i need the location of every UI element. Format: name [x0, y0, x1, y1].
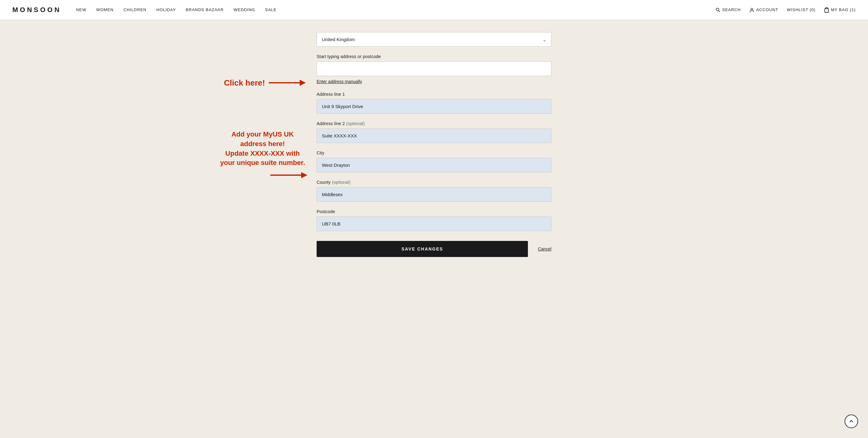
county-label: County (optional)	[317, 180, 551, 185]
site-header: MONSOON NEW WOMEN CHILDREN HOLIDAY BRAND…	[0, 0, 868, 20]
country-select-wrapper: United Kingdom ⌄	[317, 32, 551, 46]
page-content: Click here! Add your MyUS UK address her…	[218, 20, 650, 276]
county-input[interactable]	[317, 187, 551, 202]
svg-marker-7	[301, 172, 307, 178]
annotation-myus-arrow	[218, 170, 307, 180]
address-search-input[interactable]	[317, 61, 551, 76]
bag-link[interactable]: MY BAG (1)	[824, 7, 856, 13]
postcode-input[interactable]	[317, 217, 551, 231]
svg-marker-5	[300, 80, 306, 86]
address2-label: Address line 2 (optional)	[317, 121, 551, 126]
enter-address-manually-link[interactable]: Enter address manually	[317, 79, 362, 84]
country-select[interactable]: United Kingdom	[317, 32, 551, 46]
postcode-group: Postcode	[317, 209, 551, 231]
annotation-click-arrow	[269, 78, 306, 88]
search-link[interactable]: SEARCH	[715, 7, 741, 12]
annotation-myus: Add your MyUS UK address here! Update XX…	[218, 130, 307, 180]
county-group: County (optional)	[317, 180, 551, 202]
nav-item-children[interactable]: CHILDREN	[124, 7, 147, 12]
search-icon	[715, 7, 720, 12]
chevron-up-icon	[849, 419, 854, 424]
save-changes-button[interactable]: SAVE CHANGES	[317, 241, 528, 257]
nav-item-sale[interactable]: SALE	[265, 7, 276, 12]
address1-input[interactable]	[317, 99, 551, 114]
wishlist-link[interactable]: WISHLIST (0)	[787, 7, 815, 12]
country-group: United Kingdom ⌄	[317, 32, 551, 46]
address2-group: Address line 2 (optional)	[317, 121, 551, 143]
account-icon	[749, 7, 754, 12]
svg-rect-3	[825, 9, 829, 12]
address-search-label: Start typing address or postcode	[317, 54, 551, 59]
annotation-myus-text: Add your MyUS UK address here! Update XX…	[218, 130, 307, 168]
address-form-wrapper: Click here! Add your MyUS UK address her…	[317, 32, 551, 257]
address1-group: Address line 1	[317, 92, 551, 114]
account-link[interactable]: ACCOUNT	[749, 7, 778, 12]
city-label: City	[317, 150, 551, 155]
nav-item-women[interactable]: WOMEN	[96, 7, 113, 12]
bag-icon	[824, 7, 829, 13]
nav-item-new[interactable]: NEW	[76, 7, 86, 12]
main-nav: NEW WOMEN CHILDREN HOLIDAY BRANDS BAZAAR…	[76, 7, 715, 12]
address-search-group: Start typing address or postcode Enter a…	[317, 54, 551, 84]
nav-item-wedding[interactable]: WEDDING	[234, 7, 255, 12]
address2-input[interactable]	[317, 128, 551, 143]
city-group: City	[317, 150, 551, 173]
annotation-click-text: Click here!	[224, 78, 265, 88]
site-logo: MONSOON	[12, 6, 61, 14]
form-button-row: SAVE CHANGES Cancel	[317, 241, 551, 257]
scroll-to-top-button[interactable]	[844, 414, 858, 428]
city-input[interactable]	[317, 158, 551, 173]
cancel-link[interactable]: Cancel	[538, 247, 551, 251]
address1-label: Address line 1	[317, 92, 551, 97]
header-actions: SEARCH ACCOUNT WISHLIST (0) MY BAG (1)	[715, 7, 856, 13]
svg-point-0	[716, 8, 719, 11]
annotation-click-here: Click here!	[224, 78, 306, 88]
svg-line-1	[718, 10, 720, 12]
nav-item-holiday[interactable]: HOLIDAY	[156, 7, 176, 12]
svg-point-2	[751, 8, 753, 10]
postcode-label: Postcode	[317, 209, 551, 214]
nav-item-brands[interactable]: BRANDS BAZAAR	[186, 7, 224, 12]
